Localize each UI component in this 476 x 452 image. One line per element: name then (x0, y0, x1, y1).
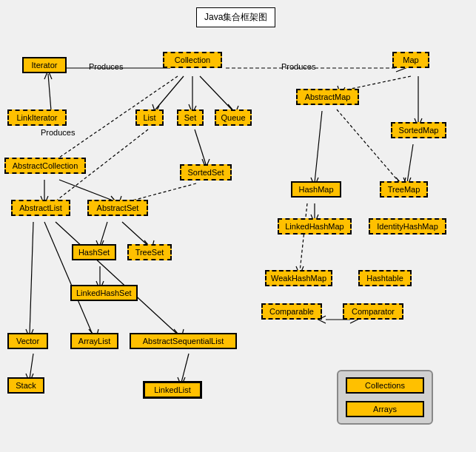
svg-line-25 (300, 203, 307, 271)
label-produces-2: Produces (281, 62, 315, 71)
node-comparable: Comparable (261, 303, 322, 320)
label-produces-1: Produces (89, 62, 123, 71)
node-linkedhashmap: LinkedHashMap (278, 218, 352, 235)
node-set: Set (177, 109, 204, 126)
legend-collections: Collections (346, 377, 424, 394)
node-hashtable: Hashtable (358, 270, 412, 286)
node-stack: Stack (7, 377, 44, 394)
node-sortedmap: SortedMap (391, 122, 446, 138)
svg-line-23 (407, 144, 413, 183)
node-treemap: TreeMap (380, 181, 428, 198)
svg-line-18 (56, 222, 178, 334)
legend-box: Collections Arrays (337, 370, 433, 425)
svg-line-22 (337, 109, 400, 183)
svg-line-11 (195, 129, 206, 164)
node-queue: Queue (215, 109, 252, 126)
node-abstractmap: AbstractMap (296, 89, 359, 105)
svg-line-10 (59, 180, 115, 201)
node-hashmap: HashMap (291, 181, 341, 198)
node-abstractlist: AbstractList (11, 200, 70, 216)
node-comparator: Comparator (343, 303, 403, 320)
label-produces-3: Produces (41, 128, 75, 137)
node-hashset: HashSet (72, 244, 116, 260)
svg-line-13 (100, 222, 107, 246)
svg-line-4 (200, 76, 232, 109)
node-linkedhashset: LinkedHashSet (70, 285, 138, 301)
diagram-container: Java集合框架图 (0, 0, 476, 452)
node-list: List (135, 109, 164, 126)
node-treeset: TreeSet (127, 244, 172, 260)
node-linkedlist: LinkedList (143, 381, 202, 399)
svg-line-12 (130, 183, 196, 201)
node-arraylist: ArrayList (70, 333, 118, 349)
title-text: Java集合框架图 (204, 12, 267, 22)
svg-line-20 (181, 354, 189, 382)
node-vector: Vector (7, 333, 48, 349)
svg-line-17 (44, 222, 93, 334)
svg-line-21 (315, 111, 322, 183)
svg-line-14 (122, 222, 148, 246)
svg-line-2 (155, 76, 184, 109)
node-iterator: Iterator (22, 57, 67, 73)
node-map: Map (392, 52, 429, 68)
legend-arrays: Arrays (346, 401, 424, 417)
node-collection: Collection (163, 52, 222, 68)
svg-line-16 (30, 222, 33, 334)
node-linkiterator: LinkIterator (7, 109, 67, 126)
node-identityhashmap: IdentityHashMap (369, 218, 446, 235)
svg-line-19 (30, 354, 33, 379)
node-abstractset: AbstractSet (87, 200, 148, 216)
title-box: Java集合框架图 (196, 7, 275, 27)
node-abstractcollection: AbstractCollection (4, 158, 86, 174)
node-sortedset: SortedSet (180, 164, 232, 181)
node-abstractsequentiallist: AbstractSequentialList (130, 333, 237, 349)
node-weakhashmap: WeakHashMap (265, 270, 332, 286)
